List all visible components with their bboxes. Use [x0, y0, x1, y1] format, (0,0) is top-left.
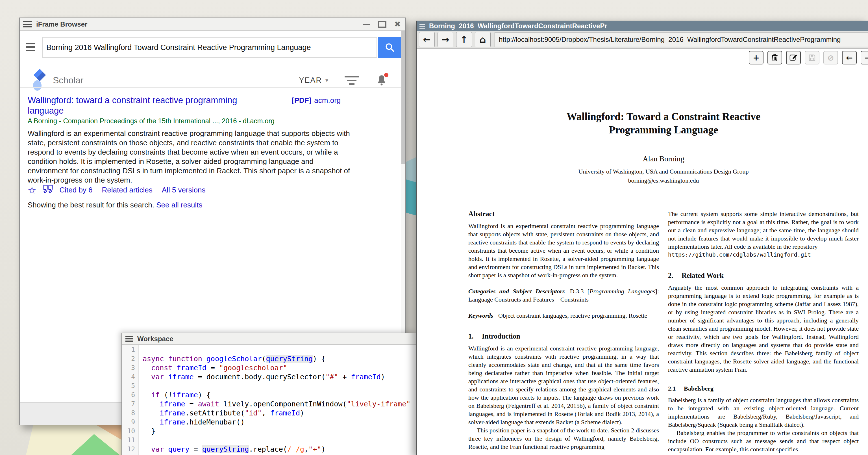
trash-icon: [771, 53, 779, 62]
code-line[interactable]: 3 const frameId = "googlescholoar": [122, 363, 416, 372]
code-line[interactable]: 10 }: [122, 426, 416, 435]
code-line[interactable]: 12 var query = queryString.replace(/ /g,…: [122, 445, 416, 454]
delete-button[interactable]: [768, 51, 782, 64]
code-line[interactable]: 11: [122, 435, 416, 445]
babelsberg-heading: 2.1Babelsberg: [668, 384, 859, 393]
close-button[interactable]: ✖: [394, 20, 401, 28]
code-editor[interactable]: 12async function googleScholar(queryStri…: [122, 345, 416, 455]
result-title-link[interactable]: Wallingford: toward a constraint reactiv…: [28, 95, 271, 116]
chevron-down-icon[interactable]: ▾: [326, 77, 328, 84]
pdf-source: acm.org: [314, 96, 341, 104]
cited-by-link[interactable]: Cited by 6: [59, 186, 92, 194]
intro-paragraph-1: Wallingford is an experimental constrain…: [468, 344, 659, 426]
floppy-save-icon: [808, 54, 816, 62]
hamburger-menu-icon[interactable]: [26, 43, 35, 51]
edit-pencil-icon: [789, 53, 798, 62]
back-button[interactable]: ←: [419, 32, 435, 47]
result-actions: ☆ Cited by 6 Related articles All 5 vers…: [28, 185, 205, 195]
code-text: }: [139, 427, 155, 435]
address-bar[interactable]: http://localhost:9005/Dropbox/Thesis/Lit…: [495, 32, 868, 47]
edit-button[interactable]: [786, 51, 801, 64]
cite-quote-icon[interactable]: [43, 185, 53, 195]
code-line[interactable]: 8 iframe.setAttribute("id", frameId): [122, 408, 416, 417]
pdf-titlebar[interactable]: Borning_2016_WallingfordTowardConstraint…: [416, 21, 868, 31]
best-result-note: Showing the best result for this search.…: [28, 201, 203, 209]
page-previous-button[interactable]: ←: [842, 51, 857, 64]
line-number: 9: [122, 417, 139, 426]
code-text: iframe = await lively.openComponentInWin…: [139, 400, 410, 408]
code-line[interactable]: 5: [122, 381, 416, 390]
pdf-page[interactable]: Wallingford: Toward a Constraint Reactiv…: [416, 66, 868, 455]
intro-paragraph-2: This position paper is a snapshot of the…: [468, 426, 659, 451]
maximize-button[interactable]: [378, 21, 386, 28]
workspace-title: Workspace: [137, 335, 174, 343]
code-line[interactable]: 7 iframe = await lively.openComponentInW…: [122, 399, 416, 408]
search-input[interactable]: [42, 37, 377, 58]
scholar-header: Scholar YEAR ▾: [32, 69, 387, 92]
pdf-source-link[interactable]: [PDF]acm.org: [292, 96, 341, 105]
minimize-button[interactable]: [363, 24, 370, 25]
scrollbar-thumb[interactable]: [401, 31, 405, 164]
paper-email: borning@cs.washington.edu: [468, 177, 859, 184]
up-button[interactable]: ↑: [456, 32, 472, 47]
line-number: 7: [122, 399, 139, 408]
workspace-menu-icon[interactable]: [125, 336, 133, 342]
babelsberg-paragraph-2: Babelsberg enables the programmer to wri…: [668, 429, 859, 453]
code-line[interactable]: 1: [122, 345, 416, 354]
line-number: 2: [122, 354, 139, 363]
babelsberg-paragraph-1: Babelsberg is a family of object constra…: [668, 396, 859, 429]
line-number: 4: [122, 372, 139, 381]
code-text: var query = queryString.replace(/ /g,"+"…: [139, 445, 326, 453]
window-menu-icon[interactable]: [23, 21, 32, 27]
code-line[interactable]: 4 var iframe = document.body.querySelect…: [122, 372, 416, 381]
paper-content: Wallingford: Toward a Constraint Reactiv…: [468, 66, 859, 453]
paper-right-column: The current system supports some simple …: [668, 210, 859, 453]
code-line[interactable]: 2async function googleScholar(queryStrin…: [122, 354, 416, 363]
search-button[interactable]: [378, 37, 402, 58]
forward-button[interactable]: →: [437, 32, 453, 47]
code-text: const frameId = "googlescholoar": [139, 364, 287, 372]
abstract-heading: Abstract: [468, 210, 659, 218]
line-number: 10: [122, 426, 139, 435]
notification-dot: [384, 73, 389, 77]
page-next-button[interactable]: →: [861, 51, 868, 64]
filter-icon[interactable]: [345, 76, 359, 85]
line-number: 12: [122, 445, 139, 454]
workspace-window: Workspace 12async function googleScholar…: [121, 333, 417, 455]
save-star-icon[interactable]: ☆: [28, 185, 36, 195]
code-line[interactable]: 13 iframe: [122, 454, 416, 455]
code-text: var iframe = document.body.querySelector…: [139, 373, 385, 381]
related-articles-link[interactable]: Related articles: [102, 186, 153, 194]
code-text: async function googleScholar(queryString…: [139, 355, 326, 363]
add-annotation-button[interactable]: +: [749, 51, 764, 64]
scholar-logo-icon[interactable]: [32, 69, 47, 91]
related-work-heading: 2.Related Work: [668, 271, 859, 279]
line-number: 13: [122, 454, 139, 455]
pdf-tag: [PDF]: [292, 96, 311, 104]
paper-affiliation: University of Washington, USA and Commun…: [468, 168, 859, 175]
repo-url: https://github.com/cdglabs/wallingford.g…: [668, 251, 859, 259]
line-number: 3: [122, 363, 139, 372]
cancel-block-button[interactable]: ⊘: [824, 51, 838, 64]
right-paragraph-1: The current system supports some simple …: [668, 210, 859, 251]
search-icon: [384, 42, 395, 53]
code-text: iframe.hideMenubar(): [139, 418, 245, 426]
related-paragraph: Arguably the most common approach to int…: [668, 283, 859, 374]
code-line[interactable]: 6 if (!iframe) {: [122, 390, 416, 399]
all-versions-link[interactable]: All 5 versions: [162, 186, 206, 194]
home-button[interactable]: ⌂: [475, 32, 491, 47]
code-line[interactable]: 9 iframe.hideMenubar(): [122, 417, 416, 426]
pdf-nav-toolbar: ← → ↑ ⌂ http://localhost:9005/Dropbox/Th…: [416, 31, 868, 49]
paper-author: Alan Borning: [468, 155, 859, 163]
pdf-edit-toolbar: + ⊘ ← →: [416, 49, 868, 66]
workspace-titlebar[interactable]: Workspace: [122, 333, 416, 345]
see-all-results-link[interactable]: See all results: [156, 201, 202, 209]
line-number: 6: [122, 390, 139, 399]
notifications-bell-icon[interactable]: [376, 74, 387, 86]
result-snippet: Wallingford is an experimental constrain…: [28, 129, 355, 185]
save-button[interactable]: [805, 51, 819, 64]
pdf-window-menu-icon[interactable]: [420, 24, 425, 29]
browser-titlebar[interactable]: iFrame Browser ✖: [20, 18, 405, 31]
year-filter-dropdown[interactable]: YEAR: [299, 76, 322, 85]
paper-title: Wallingford: Toward a Constraint Reactiv…: [548, 110, 779, 136]
